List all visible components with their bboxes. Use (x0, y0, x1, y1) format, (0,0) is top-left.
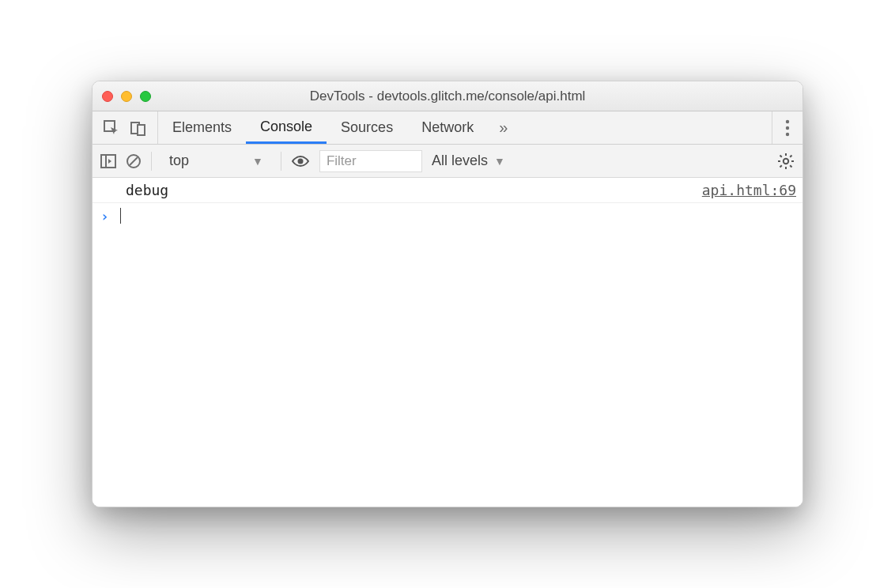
svg-line-17 (790, 165, 791, 167)
execution-context-selector[interactable]: top ▼ (161, 149, 271, 172)
close-window-button[interactable] (102, 91, 113, 102)
tab-sources[interactable]: Sources (327, 111, 407, 144)
levels-label: All levels (432, 153, 488, 169)
tab-network[interactable]: Network (407, 111, 488, 144)
console-settings-icon[interactable] (777, 153, 795, 170)
console-output: debug api.html:69 › (93, 178, 802, 507)
tab-elements[interactable]: Elements (158, 111, 246, 144)
filter-placeholder: Filter (327, 153, 357, 169)
svg-line-19 (790, 155, 791, 156)
svg-point-4 (786, 126, 789, 129)
window-controls (102, 91, 151, 102)
svg-line-9 (130, 157, 138, 165)
inspect-element-icon[interactable] (104, 120, 119, 136)
console-sidebar-toggle-icon[interactable] (100, 154, 116, 168)
chevron-down-icon: ▼ (494, 155, 505, 168)
svg-line-16 (780, 155, 782, 156)
kebab-menu-icon[interactable] (772, 111, 802, 144)
console-message-row[interactable]: debug api.html:69 (93, 178, 802, 203)
console-prompt[interactable]: › (93, 203, 802, 228)
panel-tabs: Elements Console Sources Network » (93, 111, 802, 145)
tabs-overflow-button[interactable]: » (488, 111, 519, 144)
console-message-source-link[interactable]: api.html:69 (702, 182, 796, 198)
log-levels-selector[interactable]: All levels ▼ (432, 153, 505, 169)
window-title: DevTools - devtools.glitch.me/console/ap… (93, 89, 802, 104)
svg-point-11 (784, 158, 788, 163)
svg-point-10 (297, 158, 303, 164)
prompt-chevron-icon: › (100, 208, 109, 224)
device-toolbar-icon[interactable] (130, 120, 146, 136)
minimize-window-button[interactable] (121, 91, 132, 102)
svg-point-5 (786, 132, 789, 135)
svg-point-3 (786, 119, 789, 122)
clear-console-icon[interactable] (126, 153, 142, 169)
zoom-window-button[interactable] (140, 91, 151, 102)
console-message-text: debug (99, 182, 168, 198)
tab-console[interactable]: Console (246, 111, 327, 144)
context-label: top (169, 153, 189, 169)
filter-input[interactable]: Filter (319, 150, 422, 172)
svg-line-18 (780, 165, 782, 167)
titlebar: DevTools - devtools.glitch.me/console/ap… (93, 81, 802, 111)
devtools-window: DevTools - devtools.glitch.me/console/ap… (92, 81, 803, 507)
live-expression-icon[interactable] (291, 155, 310, 168)
toolbar-left-icons (93, 111, 158, 144)
console-toolbar: top ▼ Filter All levels ▼ (93, 145, 802, 178)
svg-rect-2 (138, 125, 145, 135)
chevron-down-icon: ▼ (252, 155, 263, 168)
text-caret (120, 208, 121, 224)
